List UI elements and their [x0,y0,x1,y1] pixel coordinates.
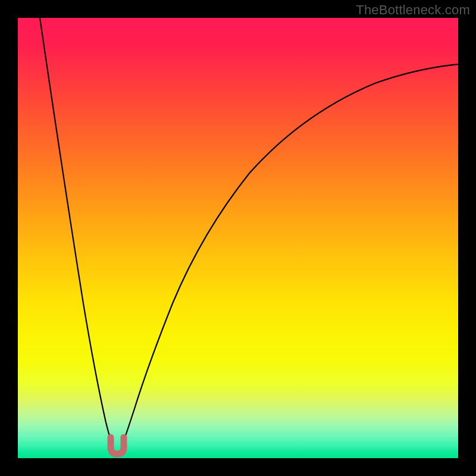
bottleneck-curve [18,18,458,458]
chart-frame: TheBottleneck.com [0,0,476,476]
curve-left-branch [40,18,113,447]
optimum-blob [111,437,124,454]
plot-area [18,18,458,458]
watermark-text: TheBottleneck.com [356,2,470,18]
curve-right-branch [121,64,458,447]
